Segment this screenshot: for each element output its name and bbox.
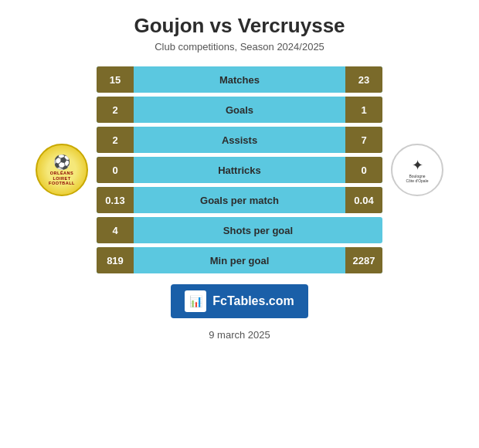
- stat-left-value: 2: [97, 97, 134, 123]
- stat-right-value: 0: [345, 157, 382, 183]
- orleans-icon: ⚽: [53, 154, 70, 171]
- stats-table: 15Matches232Goals12Assists70Hattricks00.…: [97, 66, 382, 273]
- team-left-logo: ⚽ ORLÉANSLOIRETFOOTBALL: [27, 144, 97, 196]
- fctables-label: FcTables.com: [212, 294, 294, 308]
- stat-row: 2Assists7: [97, 127, 382, 153]
- stat-row: 15Matches23: [97, 66, 382, 93]
- stat-label: Goals: [134, 104, 345, 116]
- stat-label: Goals per match: [134, 195, 345, 206]
- team-right-logo: ✦ BoulogneCôte d'Opale: [382, 144, 452, 196]
- stat-row: 819Min per goal2287: [97, 247, 382, 273]
- fctables-banner[interactable]: 📊 FcTables.com: [171, 284, 308, 318]
- stat-left-value: 0: [97, 157, 134, 183]
- stat-row: 0Hattricks0: [97, 157, 382, 183]
- stat-label: Assists: [134, 134, 345, 146]
- stat-left-value: 819: [97, 247, 134, 273]
- orleans-text: ORLÉANSLOIRETFOOTBALL: [49, 171, 75, 186]
- stat-row: 2Goals1: [97, 97, 382, 123]
- stat-left-value: 0.13: [97, 187, 134, 213]
- stat-right-value: 23: [345, 66, 382, 93]
- stat-right-value: 7: [345, 127, 382, 153]
- stat-label: Shots per goal: [134, 225, 382, 236]
- orleans-logo: ⚽ ORLÉANSLOIRETFOOTBALL: [36, 144, 88, 196]
- stat-left-value: 15: [97, 66, 134, 93]
- stat-right-value: 0.04: [345, 187, 382, 213]
- stat-right-value: 2287: [345, 247, 382, 273]
- stat-row: 0.13Goals per match0.04: [97, 187, 382, 213]
- match-subtitle: Club competitions, Season 2024/2025: [155, 41, 324, 53]
- stat-label: Min per goal: [134, 255, 345, 266]
- stat-label: Matches: [134, 74, 345, 86]
- stat-right-value: 1: [345, 97, 382, 123]
- match-title: Goujon vs Vercruysse: [134, 14, 345, 38]
- stat-row: 4Shots per goal: [97, 217, 382, 243]
- match-date: 9 march 2025: [209, 329, 270, 341]
- boulogne-icon: ✦: [412, 157, 423, 174]
- fctables-icon: 📊: [185, 290, 206, 312]
- stat-left-value: 2: [97, 127, 134, 153]
- boulogne-text: BoulogneCôte d'Opale: [406, 174, 428, 184]
- stat-label: Hattricks: [134, 165, 345, 176]
- stat-left-value: 4: [97, 217, 134, 243]
- boulogne-logo: ✦ BoulogneCôte d'Opale: [391, 144, 443, 196]
- main-content: ⚽ ORLÉANSLOIRETFOOTBALL 15Matches232Goal…: [8, 66, 471, 273]
